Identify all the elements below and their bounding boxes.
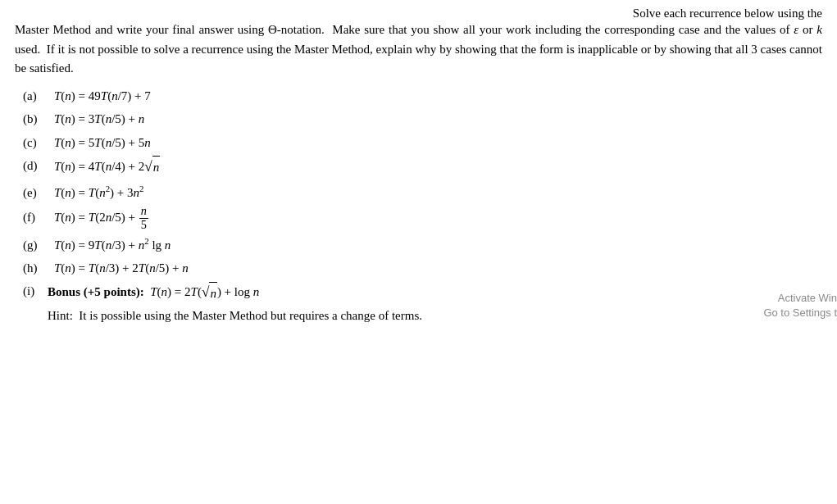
- label-b: (b): [23, 108, 54, 129]
- expr-i: Bonus (+5 points): T(n) = 2T(√n) + log n…: [48, 280, 422, 326]
- label-g: (g): [23, 234, 54, 256]
- problem-g: (g) T(n) = 9T(n/3) + n2 lg n: [23, 234, 822, 256]
- problem-b: (b) T(n) = 3T(n/5) + n: [23, 108, 822, 129]
- problem-i: (i) Bonus (+5 points): T(n) = 2T(√n) + l…: [23, 280, 822, 326]
- problem-list: (a) T(n) = 49T(n/7) + 7 (b) T(n) = 3T(n/…: [23, 85, 822, 326]
- label-i: (i): [23, 280, 48, 302]
- label-a: (a): [23, 85, 54, 107]
- page-container: Solve each recurrence below using the Ma…: [0, 0, 837, 335]
- problem-e: (e) T(n) = T(n2) + 3n2: [23, 181, 822, 203]
- label-f: (f): [23, 207, 54, 228]
- problem-h: (h) T(n) = T(n/3) + 2T(n/5) + n: [23, 257, 822, 279]
- expr-g: T(n) = 9T(n/3) + n2 lg n: [54, 234, 171, 256]
- expr-c: T(n) = 5T(n/5) + 5n: [54, 132, 151, 153]
- activate-watermark: Activate Win: [778, 292, 837, 304]
- problem-a: (a) T(n) = 49T(n/7) + 7: [23, 85, 822, 107]
- intro-paragraph: Master Method and write your final answe…: [15, 20, 822, 79]
- expr-f: T(n) = T(2n/5) + n5: [54, 205, 149, 231]
- expr-e: T(n) = T(n2) + 3n2: [54, 181, 143, 203]
- header-first-line: Solve each recurrence below using the: [15, 7, 822, 20]
- label-h: (h): [23, 257, 54, 279]
- problem-d: (d) T(n) = 4T(n/4) + 2√n: [23, 155, 822, 179]
- settings-watermark: Go to Settings t: [763, 306, 837, 319]
- problem-c: (c) T(n) = 5T(n/5) + 5n: [23, 132, 822, 153]
- label-d: (d): [23, 155, 54, 176]
- problem-f: (f) T(n) = T(2n/5) + n5: [23, 205, 822, 231]
- expr-d: T(n) = 4T(n/4) + 2√n: [54, 155, 160, 179]
- expr-h: T(n) = T(n/3) + 2T(n/5) + n: [54, 257, 189, 279]
- label-e: (e): [23, 182, 54, 203]
- expr-a: T(n) = 49T(n/7) + 7: [54, 85, 151, 107]
- label-c: (c): [23, 132, 54, 153]
- expr-b: T(n) = 3T(n/5) + n: [54, 108, 144, 129]
- hint-text: Hint: It is possible using the Master Me…: [48, 309, 422, 322]
